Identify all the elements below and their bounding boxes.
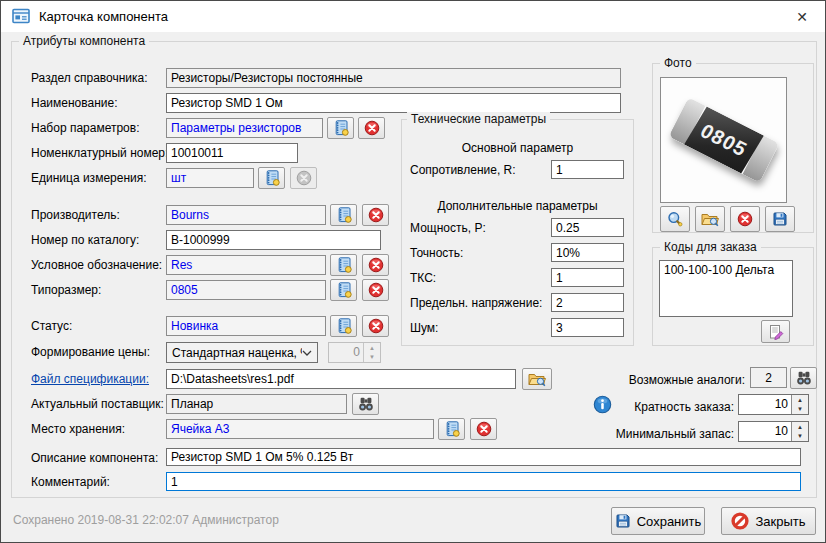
order-code-item[interactable]: 100-100-100 Дельта	[660, 261, 792, 279]
param-set-clear-button[interactable]	[358, 117, 385, 139]
spec-file-field[interactable]	[166, 369, 516, 389]
save-button-label: Сохранить	[637, 514, 702, 529]
storage-clear-button[interactable]	[470, 418, 497, 440]
spinner-down-icon[interactable]: ▼	[792, 432, 808, 442]
param-set-field[interactable]	[166, 118, 323, 138]
save-button[interactable]: Сохранить	[611, 507, 705, 535]
additional-params-heading: Дополнительные параметры	[401, 196, 634, 216]
comment-label: Комментарий:	[31, 472, 110, 492]
order-multiplicity-spinner[interactable]: 10 ▲ ▼	[738, 394, 809, 415]
title-bar: Карточка компонента ✕	[1, 1, 825, 32]
order-codes-listbox[interactable]: 100-100-100 Дельта	[659, 260, 793, 317]
red-x-icon	[364, 120, 380, 136]
close-button-label: Закрыть	[755, 514, 805, 529]
status-pick-button[interactable]	[330, 315, 357, 337]
name-field[interactable]	[166, 93, 621, 113]
package-size-clear-button[interactable]	[362, 279, 389, 301]
folder-search-icon	[701, 211, 719, 227]
supplier-label: Актуальный поставщик:	[31, 394, 164, 414]
package-size-pick-button[interactable]	[330, 279, 357, 301]
order-multiplicity-value: 10	[739, 395, 791, 414]
magnifier-icon	[667, 211, 683, 227]
package-size-field[interactable]	[166, 280, 326, 300]
red-x-icon	[737, 211, 753, 227]
section-field[interactable]	[166, 68, 621, 88]
reference-book-icon	[336, 207, 352, 223]
designation-field[interactable]	[166, 255, 326, 275]
spinner-arrows[interactable]: ▲ ▼	[791, 395, 808, 414]
spinner-up-icon[interactable]: ▲	[792, 395, 808, 405]
supplier-search-button[interactable]	[352, 393, 379, 415]
storage-pick-button[interactable]	[438, 418, 465, 440]
manufacturer-clear-button[interactable]	[362, 204, 389, 226]
red-x-icon	[476, 421, 492, 437]
description-label: Описание компонента:	[31, 448, 158, 468]
manufacturer-pick-button[interactable]	[330, 204, 357, 226]
spinner-down-icon: ▼	[364, 353, 380, 363]
card-icon	[12, 8, 30, 24]
pricing-combobox[interactable]: Стандартная наценка, %	[166, 342, 318, 363]
gray-x-icon	[296, 170, 312, 186]
spinner-up-icon[interactable]: ▲	[792, 422, 808, 432]
pricing-markup-value: 0	[329, 343, 363, 362]
noise-field[interactable]	[551, 318, 624, 337]
comment-field[interactable]	[166, 472, 801, 491]
edit-page-icon	[768, 324, 784, 340]
designation-clear-button[interactable]	[362, 254, 389, 276]
window-title: Карточка компонента	[39, 9, 168, 24]
close-icon[interactable]: ✕	[787, 4, 817, 29]
designation-label: Условное обозначение:	[31, 255, 162, 275]
catalog-number-field[interactable]	[166, 230, 381, 250]
status-clear-button[interactable]	[362, 315, 389, 337]
description-field[interactable]	[166, 448, 801, 466]
reference-book-icon	[336, 318, 352, 334]
param-set-label: Набор параметров:	[31, 118, 140, 138]
min-stock-spinner[interactable]: 10 ▲ ▼	[738, 421, 809, 442]
pricing-label: Формирование цены:	[31, 342, 150, 362]
unit-pick-button[interactable]	[258, 167, 285, 189]
analogs-count-field[interactable]	[750, 367, 787, 388]
binoculars-icon	[358, 396, 374, 412]
photo-delete-button[interactable]	[730, 206, 760, 232]
red-x-icon	[368, 282, 384, 298]
spec-file-browse-button[interactable]	[522, 368, 552, 390]
resistance-field[interactable]	[551, 160, 624, 179]
info-icon[interactable]	[593, 395, 612, 414]
tcr-field[interactable]	[551, 268, 624, 287]
storage-label: Место хранения:	[31, 419, 125, 439]
pricing-markup-spinner: 0 ▲ ▼	[328, 342, 381, 363]
catalog-number-label: Номер по каталогу:	[31, 230, 139, 250]
order-multiplicity-label: Кратность заказа:	[611, 397, 734, 417]
spec-file-link[interactable]: Файл спецификации:	[31, 369, 149, 389]
tolerance-field[interactable]	[551, 243, 624, 262]
unit-label: Единица измерения:	[31, 168, 147, 188]
saved-status-text: Сохранено 2019-08-31 22:02:07 Администра…	[13, 513, 279, 527]
chevron-down-icon	[302, 350, 312, 356]
analogs-label: Возможные аналоги:	[599, 370, 745, 390]
unit-field[interactable]	[166, 168, 254, 188]
storage-field[interactable]	[166, 419, 434, 439]
max-voltage-field[interactable]	[551, 293, 624, 312]
close-button[interactable]: Закрыть	[721, 507, 816, 535]
power-label: Мощность, P:	[410, 218, 486, 238]
floppy-disk-icon	[615, 513, 631, 529]
spinner-arrows[interactable]: ▲ ▼	[791, 422, 808, 441]
photo-zoom-button[interactable]	[660, 206, 690, 232]
reference-book-icon	[336, 282, 352, 298]
param-set-pick-button[interactable]	[327, 117, 354, 139]
pricing-selected-value: Стандартная наценка, %	[172, 346, 302, 360]
spinner-down-icon[interactable]: ▼	[792, 405, 808, 415]
manufacturer-field[interactable]	[166, 205, 326, 225]
designation-pick-button[interactable]	[330, 254, 357, 276]
power-field[interactable]	[551, 218, 624, 237]
order-codes-edit-button[interactable]	[761, 320, 790, 343]
analogs-search-button[interactable]	[790, 367, 817, 389]
photo-save-button[interactable]	[765, 206, 795, 232]
package-size-label: Типоразмер:	[31, 280, 101, 300]
status-field[interactable]	[166, 316, 326, 336]
spinner-up-icon: ▲	[364, 343, 380, 353]
photo-open-button[interactable]	[695, 206, 725, 232]
nomenclature-field[interactable]	[166, 143, 298, 163]
supplier-field[interactable]	[166, 394, 347, 414]
name-label: Наименование:	[31, 93, 118, 113]
